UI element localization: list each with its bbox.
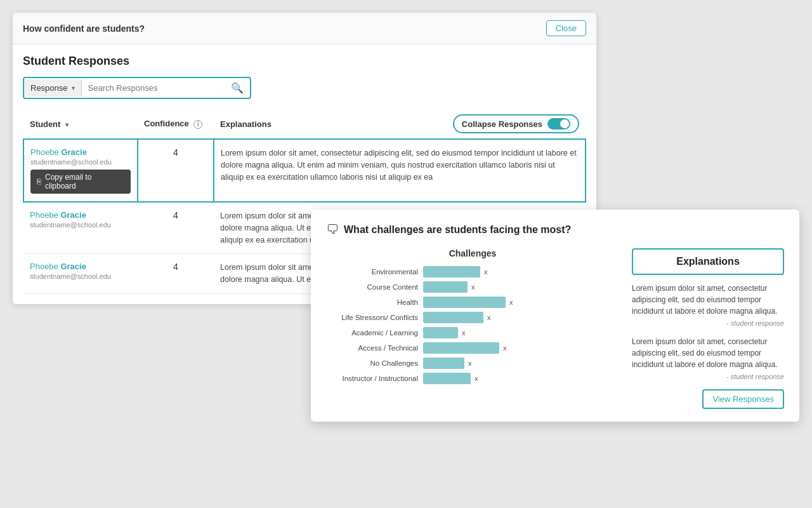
chat-icon: 🗨: [326, 222, 339, 237]
close-button[interactable]: Close: [546, 20, 586, 36]
student-last-name: Gracie: [60, 262, 86, 271]
bar-container: x: [423, 373, 478, 384]
explanations-section: Explanations Lorem ipsum dolor sit amet,…: [632, 248, 784, 409]
bar-container: x: [423, 312, 491, 323]
bar-container: x: [423, 281, 475, 293]
bar-row: Course Content x: [326, 281, 619, 293]
explanation-text: Lorem ipsum dolor sit amet, consectetur …: [221, 147, 579, 183]
sort-icon[interactable]: ▾: [65, 121, 69, 128]
student-name-link[interactable]: Phoebe Gracie: [30, 147, 131, 157]
student-first-name: Phoebe: [30, 147, 61, 157]
bar: [423, 342, 499, 354]
challenges-content: Challenges Environmental x Course Conten…: [326, 248, 784, 409]
explanation-item-text: Lorem ipsum dolor sit amet, consectetur …: [632, 283, 784, 317]
bar-label: Life Stressors/ Conflicts: [326, 314, 418, 321]
bar-x: x: [475, 375, 478, 382]
confidence-cell: 4: [138, 254, 214, 294]
panel-header-title: How confident are students?: [23, 23, 145, 34]
search-icon[interactable]: 🔍: [225, 78, 250, 98]
confidence-value: 4: [144, 262, 207, 272]
bar-x: x: [462, 329, 466, 337]
bar-label: Instructor / Instructional: [326, 375, 418, 382]
bar-container: x: [423, 342, 507, 354]
collapse-label: Collapse Responses: [462, 119, 542, 129]
search-input[interactable]: [82, 79, 225, 97]
student-email: studentname@school.edu: [30, 221, 131, 229]
copy-tooltip[interactable]: ⎘ Copy email to clipboard: [30, 170, 131, 194]
confidence-cell: 4: [138, 139, 214, 202]
col-student: Student ▾: [23, 109, 138, 139]
explanation-item: Lorem ipsum dolor sit amet, consectetur …: [632, 283, 784, 327]
bar-container: x: [423, 358, 472, 369]
confidence-value: 4: [145, 147, 207, 157]
student-email: studentname@school.edu: [30, 272, 131, 280]
search-dropdown-label: Response: [30, 83, 68, 93]
bar-row: Health x: [326, 297, 619, 308]
bar-label: Environmental: [326, 268, 418, 276]
confidence-cell: 4: [138, 202, 214, 254]
explanation-cell: Lorem ipsum dolor sit amet, consectetur …: [214, 139, 586, 202]
panel-header: How confident are students? Close: [13, 13, 596, 44]
bar-label: Course Content: [326, 283, 418, 291]
bar: [423, 373, 471, 384]
bar-row: Instructor / Instructional x: [326, 373, 619, 384]
student-last-name: Gracie: [60, 210, 86, 220]
bar-chart: Environmental x Course Content x Health: [326, 266, 619, 384]
bar-x: x: [468, 359, 472, 367]
bar-row: Environmental x: [326, 266, 619, 277]
bar: [423, 281, 468, 293]
view-responses-button[interactable]: View Responses: [702, 389, 784, 409]
student-attribution: - student response: [632, 373, 784, 380]
bar: [423, 297, 506, 308]
search-dropdown[interactable]: Response ▾: [24, 79, 82, 97]
bar-label: No Challenges: [326, 359, 418, 367]
table-row: Phoebe Gracie studentname@school.edu ⎘ C…: [23, 139, 586, 202]
challenges-header: 🗨 What challenges are students facing th…: [326, 222, 784, 237]
bar-label: Access / Technical: [326, 344, 418, 352]
bar: [423, 327, 458, 338]
toggle-switch[interactable]: [547, 118, 570, 130]
bar-row: No Challenges x: [326, 358, 619, 369]
chart-section: Challenges Environmental x Course Conten…: [326, 248, 619, 409]
info-icon[interactable]: i: [193, 120, 202, 129]
search-bar: Response ▾ 🔍: [23, 77, 251, 99]
student-first-name: Phoebe: [30, 210, 60, 220]
bar-x: x: [484, 268, 488, 276]
chevron-down-icon: ▾: [72, 84, 75, 91]
student-first-name: Phoebe: [30, 262, 60, 271]
explanations-box-title: Explanations: [641, 256, 775, 267]
student-attribution: - student response: [632, 319, 784, 327]
confidence-value: 4: [144, 210, 207, 220]
bar-container: x: [423, 297, 513, 308]
bar: [423, 266, 480, 277]
bar-label: Health: [326, 298, 418, 306]
explanations-box: Explanations: [632, 248, 784, 275]
copy-tooltip-label: Copy email to clipboard: [45, 173, 124, 190]
explanation-item-text: Lorem ipsum dolor sit amet, consectetur …: [632, 336, 784, 370]
bar-row: Access / Technical x: [326, 342, 619, 354]
bar: [423, 358, 464, 369]
col-confidence: Confidence i: [138, 109, 214, 139]
bar-x: x: [509, 298, 513, 306]
bar-x: x: [487, 314, 491, 321]
bar-x: x: [503, 344, 507, 352]
bar-row: Academic / Learning x: [326, 327, 619, 338]
copy-icon: ⎘: [37, 177, 41, 186]
student-cell: Phoebe Gracie studentname@school.edu ⎘ C…: [23, 139, 138, 202]
challenges-panel: 🗨 What challenges are students facing th…: [311, 210, 799, 422]
collapse-toggle[interactable]: Collapse Responses: [453, 114, 579, 133]
student-cell: Phoebe Gracie studentname@school.edu: [23, 202, 138, 254]
section-title: Student Responses: [23, 55, 586, 68]
explanation-item: Lorem ipsum dolor sit amet, consectetur …: [632, 336, 784, 380]
bar-label: Academic / Learning: [326, 329, 418, 337]
col-explanations-header: Explanations Collapse Responses: [214, 109, 586, 139]
student-name-link[interactable]: Phoebe Gracie: [30, 262, 131, 271]
student-cell: Phoebe Gracie studentname@school.edu: [23, 254, 138, 294]
bar-container: x: [423, 327, 466, 338]
student-email: studentname@school.edu: [30, 158, 131, 166]
chart-title: Challenges: [326, 248, 619, 258]
student-name-link[interactable]: Phoebe Gracie: [30, 210, 131, 220]
challenges-title: What challenges are students facing the …: [344, 224, 571, 236]
bar-container: x: [423, 266, 488, 277]
bar-row: Life Stressors/ Conflicts x: [326, 312, 619, 323]
